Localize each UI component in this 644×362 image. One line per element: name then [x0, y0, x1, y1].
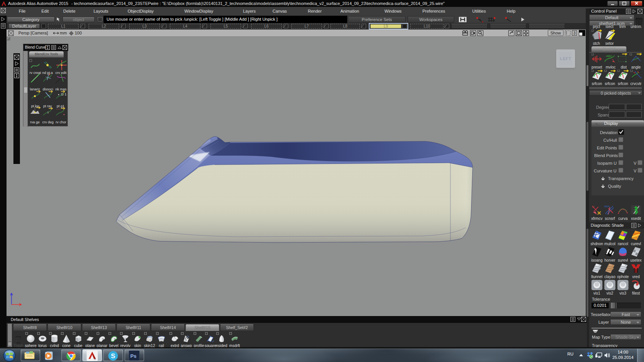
svg-text:R: R	[94, 358, 96, 360]
svg-text:Ps: Ps	[130, 353, 136, 359]
svg-text:1: 1	[47, 111, 49, 114]
svg-text:S: S	[111, 352, 115, 360]
svg-text:min: min	[605, 205, 610, 208]
svg-text:G 1: G 1	[61, 92, 67, 96]
svg-text:U: U	[592, 205, 594, 208]
svg-text:ABC: ABC	[606, 54, 613, 58]
svg-text:12: 12	[148, 338, 151, 341]
